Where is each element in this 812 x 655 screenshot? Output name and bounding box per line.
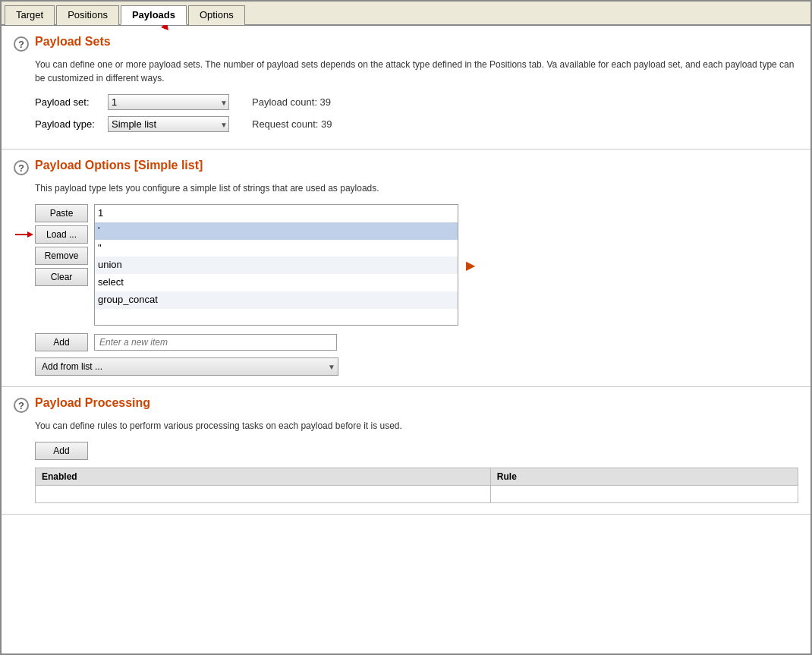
payload-type-select[interactable]: Simple list [108,116,229,132]
payload-processing-help-icon[interactable]: ? [14,398,29,413]
payload-set-select[interactable]: 1 [108,94,229,110]
processing-table: Enabled Rule [35,468,798,503]
payload-options-title: Payload Options [Simple list] [35,159,203,172]
scroll-arrow-indicator: ▶ [466,258,475,272]
tab-payloads[interactable]: Payloads [121,5,187,25]
payload-sets-section: ? Payload Sets You can define one or mor… [2,26,810,150]
load-button[interactable]: Load ... [35,225,88,244]
content-area: ? Payload Sets You can define one or mor… [2,26,810,653]
payload-set-row: Payload set: 1 ▼ Payload count: 39 [14,94,798,110]
processing-add-button[interactable]: Add [35,442,88,460]
payload-count-label: Payload count: 39 [252,96,331,108]
svg-marker-3 [27,231,33,238]
list-item[interactable]: select [95,274,458,291]
load-arrow-indicator [14,228,33,244]
table-cell-enabled [36,486,491,503]
add-row: Add [35,333,798,351]
add-from-list-select-wrapper: Add from list ... ▼ [35,357,338,376]
payload-type-select-wrapper: Simple list ▼ [108,116,229,132]
list-item[interactable]: group_concat [95,291,458,309]
tab-bar: Target Positions Payloads Options ↓ [2,2,810,26]
add-item-input[interactable] [94,334,337,351]
payload-processing-title: Payload Processing [35,396,150,410]
tab-positions[interactable]: Positions [56,5,119,25]
table-header-enabled: Enabled [36,468,491,486]
table-row [36,486,798,503]
processing-add-row: Add [35,442,798,460]
payload-options-help-icon[interactable]: ? [14,160,29,175]
payload-type-label: Payload type: [35,118,103,130]
payload-processing-section: ? Payload Processing You can define rule… [2,387,810,515]
add-from-list-select[interactable]: Add from list ... [35,357,338,376]
payload-options-section: ? Payload Options [Simple list] This pay… [2,150,810,387]
add-from-list-row: Add from list ... ▼ [35,357,798,376]
list-item[interactable]: " [95,240,458,257]
table-cell-rule [490,486,798,503]
tab-options[interactable]: Options [188,5,245,25]
table-header-row: Enabled Rule [36,468,798,486]
list-item[interactable]: union [95,257,458,274]
processing-body: Add Enabled Rule [14,442,798,503]
add-button[interactable]: Add [35,333,88,351]
request-count-label: Request count: 39 [252,118,332,130]
tab-target[interactable]: Target [5,5,55,25]
list-buttons: Paste Load ... Remove [35,204,88,326]
list-container: 1 ' " union select group_concat ▶ [94,204,458,326]
payload-processing-description: You can define rules to perform various … [14,419,798,433]
clear-button[interactable]: Clear [35,268,88,286]
payload-options-description: This payload type lets you configure a s… [14,181,798,195]
list-item[interactable]: ' [95,222,458,240]
remove-button[interactable]: Remove [35,247,88,265]
table-header-rule: Rule [490,468,798,486]
payload-set-label: Payload set: [35,96,103,108]
list-item[interactable]: 1 [95,205,458,222]
paste-button[interactable]: Paste [35,204,88,222]
list-area: Paste Load ... Remove [35,204,798,326]
payload-sets-description: You can define one or more payload sets.… [14,58,798,85]
load-button-wrapper: Load ... [35,225,88,247]
payload-options-body: Paste Load ... Remove [14,204,798,376]
payload-type-row: Payload type: Simple list ▼ Request coun… [14,116,798,132]
payload-sets-title: Payload Sets [35,35,111,49]
payload-listbox[interactable]: 1 ' " union select group_concat [94,204,458,326]
payload-set-select-wrapper: 1 ▼ [108,94,229,110]
payload-sets-help-icon[interactable]: ? [14,36,29,52]
